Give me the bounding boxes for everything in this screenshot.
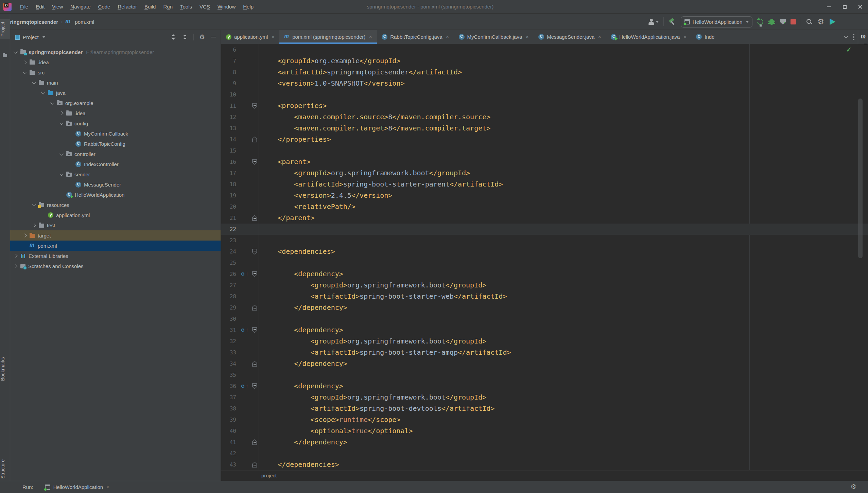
code-text[interactable]	[259, 145, 868, 156]
code-text[interactable]: <dependency>	[259, 324, 868, 336]
menu-view[interactable]: View	[48, 0, 67, 14]
folder-stripe-icon[interactable]	[3, 54, 7, 57]
build-hammer-icon[interactable]	[669, 18, 676, 25]
maximize-button[interactable]	[837, 0, 852, 14]
tree-item-config[interactable]: config	[10, 118, 221, 128]
code-text[interactable]: </dependency>	[259, 302, 868, 313]
tree-item-target[interactable]: target	[10, 230, 221, 241]
fold-start-icon[interactable]	[252, 103, 257, 109]
code-text[interactable]: <version>2.4.5</version>	[259, 190, 868, 201]
tree-item-test[interactable]: test	[10, 220, 221, 230]
chevron-expanded-icon[interactable]	[41, 90, 45, 94]
chevron-collapsed-icon[interactable]	[14, 254, 17, 258]
code-text[interactable]: <dependency>	[259, 268, 868, 280]
expand-all-icon[interactable]	[170, 34, 176, 40]
tree-item-helloworldapplication[interactable]: HelloWorldApplication	[10, 190, 221, 200]
tab-close-icon[interactable]: ×	[598, 35, 601, 39]
menu-refactor[interactable]: Refactor	[114, 0, 141, 14]
tree-item-rabbittopicconfig[interactable]: RabbitTopicConfig	[10, 139, 221, 149]
editor-scrollbar[interactable]	[858, 99, 863, 258]
tool-button-structure[interactable]: Structure	[0, 459, 10, 479]
chevron-expanded-icon[interactable]	[32, 80, 36, 84]
chevron-expanded-icon[interactable]	[59, 121, 63, 125]
breadcrumb-project[interactable]: springrmqtopicsender	[4, 19, 58, 25]
tab-pom-xml-springrmqtopicsender-[interactable]: pom.xml (springrmqtopicsender)×	[279, 30, 377, 44]
maven-dependency-gutter-icon[interactable]: ↑	[241, 327, 249, 333]
chevron-collapsed-icon[interactable]	[23, 60, 27, 64]
code-text[interactable]	[259, 257, 868, 268]
menu-build[interactable]: Build	[141, 0, 159, 14]
tab-close-icon[interactable]: ×	[369, 35, 372, 39]
tree-item-scratches-and-consoles[interactable]: Scratches and Consoles	[10, 261, 221, 271]
ide-sphere-icon[interactable]	[829, 18, 836, 25]
code-text[interactable]: <dependencies>	[259, 246, 868, 257]
chevron-collapsed-icon[interactable]	[59, 111, 63, 115]
close-button[interactable]	[852, 0, 868, 14]
tab-myconfirmcallback-java[interactable]: MyConfirmCallback.java×	[454, 30, 534, 44]
code-text[interactable]: <groupId>org.springframework.boot</group…	[259, 168, 868, 179]
run-configuration-selector[interactable]: HelloWorldApplication	[681, 16, 752, 28]
code-text[interactable]: <optional>true</optional>	[259, 425, 868, 437]
code-text[interactable]: </parent>	[259, 212, 868, 224]
code-text[interactable]: <artifactId>spring-boot-devtools</artifa…	[259, 403, 868, 414]
chevron-down-icon[interactable]	[42, 36, 45, 38]
code-text[interactable]: <groupId>org.example</groupId>	[259, 55, 868, 67]
tab-close-icon[interactable]: ×	[683, 35, 687, 39]
user-button[interactable]	[648, 18, 659, 25]
code-text[interactable]	[259, 313, 868, 324]
chevron-collapsed-icon[interactable]	[32, 223, 36, 227]
code-editor[interactable]: 67<groupId>org.example</groupId>8<artifa…	[221, 44, 868, 470]
fold-start-icon[interactable]	[252, 383, 257, 389]
chevron-expanded-icon[interactable]	[32, 203, 36, 206]
tool-button-project[interactable]: Project	[0, 19, 10, 39]
code-text[interactable]: <groupId>org.springframework.boot</group…	[259, 392, 868, 403]
chevron-expanded-icon[interactable]	[59, 172, 63, 176]
code-text[interactable]: <version>1.0-SNAPSHOT</version>	[259, 78, 868, 89]
breadcrumb-file[interactable]: pom.xml	[75, 19, 94, 25]
code-text[interactable]: </dependencies>	[259, 459, 868, 470]
code-text[interactable]: <artifactId>spring-boot-starter-amqp</ar…	[259, 347, 868, 358]
code-text[interactable]: <groupId>org.springframework.boot</group…	[259, 280, 868, 291]
search-everywhere-button[interactable]	[806, 18, 813, 25]
tab-options-kebab-icon[interactable]	[853, 34, 854, 40]
chevron-collapsed-icon[interactable]	[14, 264, 17, 268]
code-text[interactable]	[259, 235, 868, 246]
code-text[interactable]	[259, 224, 868, 235]
code-text[interactable]: <parent>	[259, 156, 868, 168]
fold-start-icon[interactable]	[252, 271, 257, 277]
debug-button[interactable]	[769, 19, 774, 25]
tree-item-org-example[interactable]: org.example	[10, 98, 221, 108]
close-icon[interactable]: ×	[106, 484, 109, 490]
code-text[interactable]: <artifactId>spring-boot-starter-web</art…	[259, 291, 868, 302]
fold-end-icon[interactable]	[252, 215, 257, 221]
tree-item-resources[interactable]: resources	[10, 200, 221, 210]
chevron-collapsed-icon[interactable]	[23, 233, 27, 237]
code-text[interactable]	[259, 89, 868, 100]
code-text[interactable]: <artifactId>spring-boot-starter-parent</…	[259, 179, 868, 190]
code-text[interactable]: </dependency>	[259, 358, 868, 369]
menu-navigate[interactable]: Navigate	[67, 0, 94, 14]
code-text[interactable]	[259, 369, 868, 381]
code-text[interactable]: <properties>	[259, 100, 868, 111]
code-text[interactable]: <artifactId>springrmqtopicsender</artifa…	[259, 67, 868, 78]
tab-messagesender-java[interactable]: MessageSender.java×	[534, 30, 606, 44]
run-tab[interactable]: HelloWorldApplication ×	[45, 484, 109, 490]
fold-start-icon[interactable]	[252, 249, 257, 254]
stop-button[interactable]	[791, 19, 796, 24]
maven-icon[interactable]: m	[858, 33, 868, 40]
tab-rabbittopicconfig-java[interactable]: RabbitTopicConfig.java×	[377, 30, 454, 44]
hidden-tabs-chevron-icon[interactable]	[844, 34, 848, 38]
code-text[interactable]: </dependency>	[259, 437, 868, 448]
fold-end-icon[interactable]	[252, 137, 257, 142]
tab-helloworldapplication-java[interactable]: HelloWorldApplication.java×	[606, 30, 691, 44]
tool-button-bookmarks[interactable]: Bookmarks	[0, 357, 10, 381]
code-text[interactable]: <groupId>org.springframework.boot</group…	[259, 336, 868, 347]
chevron-expanded-icon[interactable]	[23, 70, 27, 74]
tree-item-pom-xml[interactable]: pom.xml	[10, 241, 221, 251]
code-text[interactable]	[259, 448, 868, 459]
inspections-ok-icon[interactable]: ✓	[846, 46, 852, 54]
panel-settings-gear-icon[interactable]: ⚙	[199, 34, 205, 40]
rerun-button[interactable]	[756, 17, 765, 26]
project-view-selector[interactable]: Project	[23, 34, 39, 40]
settings-gear-button[interactable]: ⚙	[817, 18, 824, 25]
